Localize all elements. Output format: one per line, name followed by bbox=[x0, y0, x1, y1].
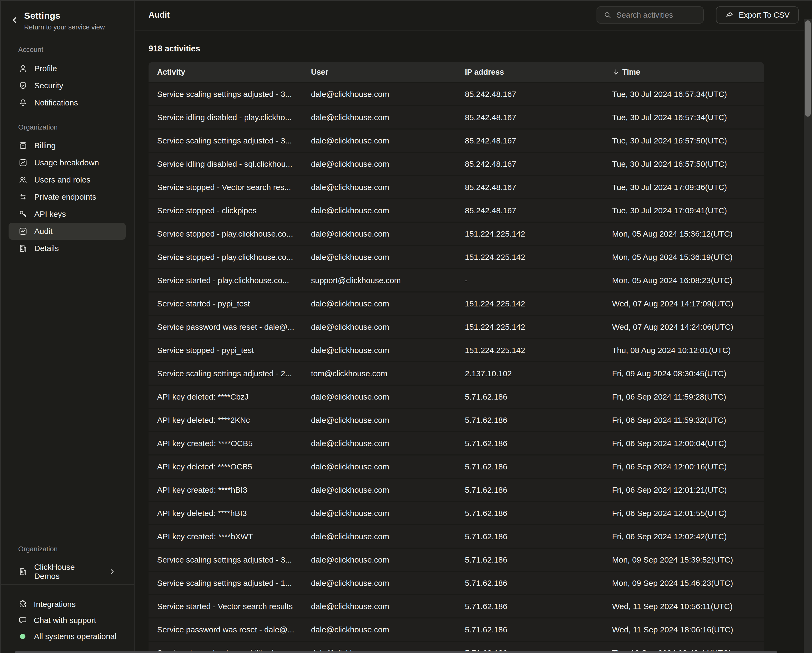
vertical-scrollbar-thumb[interactable] bbox=[805, 20, 810, 117]
cell-time: Mon, 05 Aug 2024 15:36:12(UTC) bbox=[612, 229, 764, 238]
table-row[interactable]: Service password was reset - dale@... da… bbox=[148, 316, 764, 338]
sidebar-item-label: Audit bbox=[34, 226, 52, 236]
sidebar-item-billing[interactable]: Billing bbox=[0, 137, 134, 154]
sidebar-item-users-and-roles[interactable]: Users and roles bbox=[0, 171, 134, 188]
table-row[interactable]: API key deleted: ****CbzJ dale@clickhous… bbox=[148, 386, 764, 408]
sidebar-item-notifications[interactable]: Notifications bbox=[0, 94, 134, 111]
cell-ip-address: 2.137.10.102 bbox=[465, 369, 612, 378]
table-row[interactable]: Service scaling settings adjusted - 1...… bbox=[148, 572, 764, 594]
main-area: Audit Export To CSV 918 activities bbox=[136, 0, 812, 653]
table-row[interactable]: API key deleted: ****2KNc dale@clickhous… bbox=[148, 409, 764, 431]
cell-user: dale@clickhouse.com bbox=[311, 439, 465, 448]
cell-time: Tue, 30 Jul 2024 16:57:50(UTC) bbox=[612, 136, 764, 145]
column-header-user: User bbox=[311, 68, 465, 76]
sidebar-item-integrations[interactable]: Integrations bbox=[0, 596, 134, 613]
sidebar-item-label: Users and roles bbox=[34, 175, 90, 185]
status-ok-dot-icon bbox=[20, 634, 26, 639]
cell-user: dale@clickhouse.com bbox=[311, 183, 465, 192]
cell-time: Mon, 09 Sep 2024 15:46:23(UTC) bbox=[612, 578, 764, 588]
sidebar-header: Settings Return to your service view bbox=[0, 0, 134, 32]
table-row[interactable]: Service stopped - play.clickhouse.co... … bbox=[148, 246, 764, 268]
cell-activity: Service scaling settings adjusted - 3... bbox=[157, 136, 311, 145]
sidebar-item-audit[interactable]: Audit bbox=[9, 223, 126, 240]
cell-user: dale@clickhouse.com bbox=[311, 578, 465, 588]
sidebar-item-private-endpoints[interactable]: Private endpoints bbox=[0, 188, 134, 206]
section-label-organization-switcher: Organization bbox=[18, 544, 58, 554]
cell-user: dale@clickhouse.com bbox=[311, 555, 465, 565]
sidebar-item-usage-breakdown[interactable]: Usage breakdown bbox=[0, 154, 134, 171]
table-row[interactable]: Service stopped - clickpipes dale@clickh… bbox=[148, 199, 764, 221]
table-row[interactable]: Service idling disabled - play.clickho..… bbox=[148, 106, 764, 128]
table-row[interactable]: Service stopped - pypi_test dale@clickho… bbox=[148, 339, 764, 361]
export-arrow-icon bbox=[725, 11, 734, 20]
cell-ip-address: 5.71.62.186 bbox=[465, 462, 612, 471]
cell-time: Wed, 11 Sep 2024 10:56:11(UTC) bbox=[612, 602, 764, 611]
cell-ip-address: 5.71.62.186 bbox=[465, 485, 612, 494]
table-row[interactable]: API key created: ****bXWT dale@clickhous… bbox=[148, 525, 764, 548]
sidebar-item-label: Security bbox=[34, 81, 63, 90]
cell-user: dale@clickhouse.com bbox=[311, 90, 465, 99]
audit-content: 918 activities Activity User IP address … bbox=[136, 43, 812, 653]
sidebar-item-api-keys[interactable]: API keys bbox=[0, 206, 134, 223]
table-row[interactable]: Service scaling settings adjusted - 3...… bbox=[148, 130, 764, 152]
sidebar-subtitle[interactable]: Return to your service view bbox=[24, 23, 134, 32]
sort-arrow-down-icon bbox=[612, 68, 620, 76]
audit-table-body: Service scaling settings adjusted - 3...… bbox=[148, 83, 764, 653]
puzzle-icon bbox=[18, 600, 27, 609]
table-row[interactable]: Service started - Vector search results … bbox=[148, 595, 764, 617]
table-row[interactable]: Service scaling settings adjusted - 2...… bbox=[148, 362, 764, 384]
cell-time: Tue, 30 Jul 2024 16:57:34(UTC) bbox=[612, 113, 764, 122]
search-input[interactable] bbox=[617, 11, 698, 20]
sidebar-item-security[interactable]: Security bbox=[0, 77, 134, 94]
vertical-scrollbar-track[interactable] bbox=[804, 19, 812, 653]
table-row[interactable]: Service started - play.clickhouse.co... … bbox=[148, 269, 764, 291]
cell-activity: Service idling disabled - sql.clickhou..… bbox=[157, 160, 311, 169]
export-to-csv-button[interactable]: Export To CSV bbox=[716, 6, 798, 24]
section-label-account: Account bbox=[18, 45, 134, 54]
table-row[interactable]: API key created: ****hBI3 dale@clickhous… bbox=[148, 479, 764, 501]
window-left-edge bbox=[0, 0, 1, 653]
cell-user: dale@clickhouse.com bbox=[311, 416, 465, 425]
wallet-icon bbox=[18, 141, 28, 150]
organization-items: Billing Usage breakdown Users and roles … bbox=[0, 137, 134, 257]
users-icon bbox=[18, 175, 28, 185]
clickhouse-settings-window: Settings Return to your service view Acc… bbox=[0, 0, 812, 653]
sidebar-item-label: Billing bbox=[34, 141, 56, 150]
bell-icon bbox=[18, 98, 28, 108]
cell-activity: Service scaling settings adjusted - 3... bbox=[157, 90, 311, 99]
table-row[interactable]: API key deleted: ****OCB5 dale@clickhous… bbox=[148, 456, 764, 478]
sidebar-item-details[interactable]: Details bbox=[0, 240, 134, 257]
cell-ip-address: 5.71.62.186 bbox=[465, 578, 612, 588]
table-row[interactable]: API key created: ****OCB5 dale@clickhous… bbox=[148, 432, 764, 455]
table-row[interactable]: Service scaling settings adjusted - 3...… bbox=[148, 549, 764, 571]
table-row[interactable]: API key deleted: ****hBI3 dale@clickhous… bbox=[148, 502, 764, 524]
cell-ip-address: 85.242.48.167 bbox=[465, 136, 612, 145]
cell-activity: Service idling disabled - play.clickho..… bbox=[157, 113, 311, 122]
account-items: Profile Security Notifications bbox=[0, 60, 134, 111]
table-row[interactable]: Service stopped - play.clickhouse.co... … bbox=[148, 223, 764, 245]
chart-square-icon bbox=[18, 158, 28, 168]
cell-ip-address: 5.71.62.186 bbox=[465, 509, 612, 518]
table-row[interactable]: Service password was reset - dale@... da… bbox=[148, 618, 764, 641]
sidebar-item-profile[interactable]: Profile bbox=[0, 60, 134, 77]
cell-activity: API key created: ****bXWT bbox=[157, 532, 311, 541]
table-row[interactable]: Service started - pypi_test dale@clickho… bbox=[148, 293, 764, 315]
export-button-label: Export To CSV bbox=[739, 11, 789, 20]
cell-time: Fri, 06 Sep 2024 11:59:28(UTC) bbox=[612, 392, 764, 401]
table-row[interactable]: Service idling disabled - sql.clickhou..… bbox=[148, 153, 764, 175]
back-chevron-left-icon[interactable] bbox=[10, 15, 19, 24]
search-box[interactable] bbox=[597, 6, 704, 24]
table-row[interactable]: Service scaling settings adjusted - 3...… bbox=[148, 83, 764, 105]
cell-ip-address: 151.224.225.142 bbox=[465, 346, 612, 355]
cell-ip-address: 5.71.62.186 bbox=[465, 416, 612, 425]
sidebar-item-system-status[interactable]: All systems operational bbox=[0, 628, 134, 645]
cell-activity: Service stopped - clickpipes bbox=[157, 206, 311, 215]
column-header-time[interactable]: Time bbox=[612, 68, 764, 76]
table-row[interactable]: Service stopped - Vector search res... d… bbox=[148, 176, 764, 198]
cell-user: dale@clickhouse.com bbox=[311, 625, 465, 634]
sidebar-item-chat-with-support[interactable]: Chat with support bbox=[0, 612, 134, 629]
sidebar-item-label: Integrations bbox=[34, 600, 76, 609]
org-switcher-clickhouse-demos[interactable]: ClickHouse Demos bbox=[0, 563, 134, 580]
cell-user: dale@clickhouse.com bbox=[311, 299, 465, 308]
cell-time: Wed, 07 Aug 2024 14:17:09(UTC) bbox=[612, 299, 764, 308]
